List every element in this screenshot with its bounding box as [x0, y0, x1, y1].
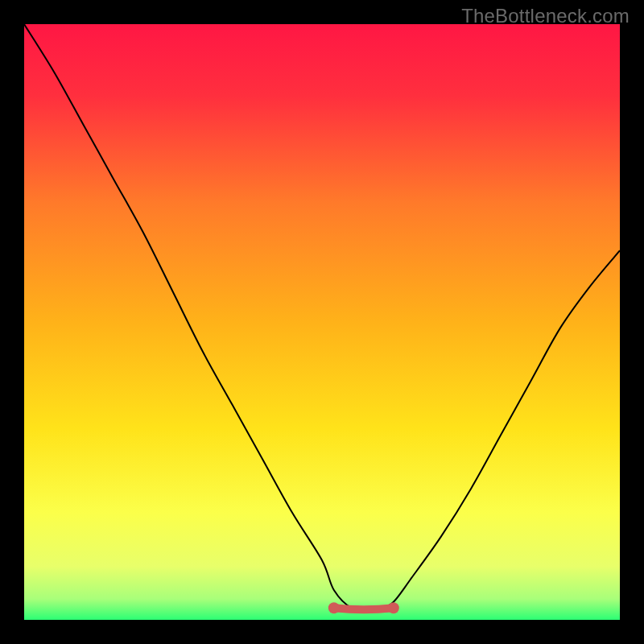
gradient-background — [24, 24, 620, 620]
svg-point-0 — [328, 602, 340, 613]
chart-svg — [24, 24, 620, 620]
watermark-label: TheBottleneck.com — [461, 5, 630, 27]
optimal-flat-region — [328, 602, 399, 613]
svg-point-1 — [388, 602, 399, 613]
chart-frame: TheBottleneck.com — [0, 0, 644, 644]
bottleneck-curve — [24, 24, 620, 609]
plot-area — [24, 24, 620, 620]
